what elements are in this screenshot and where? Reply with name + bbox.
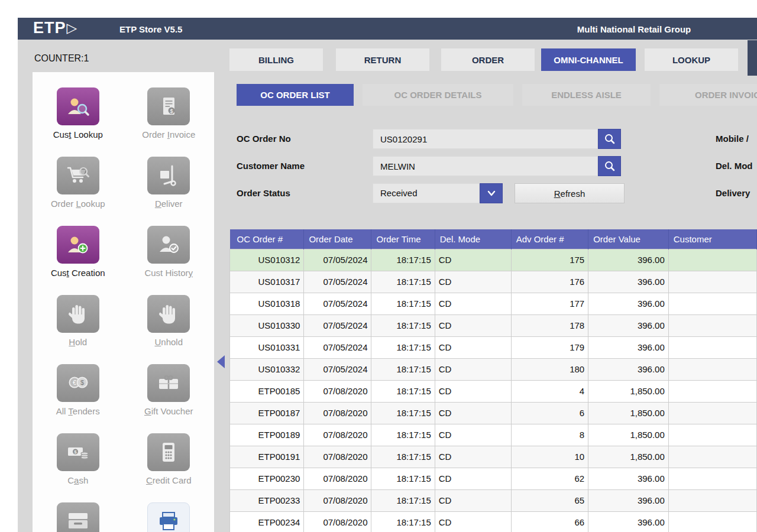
oc-order-search-button[interactable] (598, 129, 621, 149)
cell-order-time: 18:17:15 (371, 314, 435, 336)
col-oc-order-no[interactable]: OC Order # (230, 229, 304, 249)
cell-order-date: 07/05/2024 (304, 249, 371, 271)
cell-order-no: ETP00230 (230, 468, 304, 489)
col-order-value[interactable]: Order Value (588, 229, 669, 249)
cell-adv-order: 8 (511, 424, 588, 446)
refresh-button[interactable]: Refresh (515, 183, 625, 203)
table-row[interactable]: US010332 07/05/2024 18:17:15 CD 180 396.… (230, 358, 757, 380)
cust-lookup-icon (57, 87, 99, 125)
table-row[interactable]: ETP00185 07/08/2020 18:17:15 CD 4 1,850.… (230, 380, 757, 402)
cell-order-date: 07/08/2020 (304, 468, 371, 489)
tab-lookup[interactable]: LOOKUP (645, 48, 738, 71)
table-row[interactable]: ETP00189 07/08/2020 18:17:15 CD 8 1,850.… (230, 424, 757, 446)
sidebar-item-cash[interactable]: $ Cash (35, 433, 121, 485)
cell-order-time: 18:17:15 (371, 380, 435, 402)
sidebar-item-label: Order Invoice (142, 129, 195, 140)
cell-order-date: 07/08/2020 (304, 511, 371, 532)
cell-del-mode: CD (435, 380, 511, 402)
sidebar-item-cash-drawer[interactable] (35, 502, 121, 532)
col-order-date[interactable]: Order Date (304, 229, 371, 249)
tab-billing[interactable]: BILLING (229, 48, 323, 71)
sidebar-item-cust-lookup[interactable]: Cust Lookup (35, 87, 121, 140)
sidebar-item-cust-history[interactable]: Cust History (126, 226, 212, 278)
cell-order-no: US010331 (230, 336, 304, 358)
cell-order-no: ETP00233 (230, 489, 304, 511)
cell-adv-order: 62 (511, 468, 588, 489)
cell-del-mode: CD (435, 489, 511, 511)
sidebar-item-unhold[interactable]: Unhold (126, 295, 212, 347)
customer-search-button[interactable] (598, 156, 621, 176)
sidebar-item-cust-creation[interactable]: Cust Creation (35, 226, 121, 278)
unhold-hand-icon (147, 295, 190, 333)
cell-order-no: US010317 (230, 271, 304, 293)
chevron-down-icon (486, 188, 497, 199)
cash-drawer-icon (57, 502, 99, 532)
cell-del-mode: CD (435, 336, 511, 358)
sidebar-grid: Cust Lookup $ Order Invoice (33, 72, 214, 532)
sidebar-item-credit-card[interactable]: Credit Card (126, 433, 212, 485)
cell-order-time: 18:17:15 (371, 446, 435, 468)
cell-order-value: 396.00 (588, 314, 669, 336)
oc-order-no-input[interactable] (373, 129, 598, 149)
sidebar-item-deliver[interactable]: Deliver (126, 157, 212, 209)
main-tabs: BILLING RETURN ORDER OMNI-CHANNEL LOOKUP (229, 48, 738, 71)
cell-customer (668, 358, 756, 380)
table-row[interactable]: US010331 07/05/2024 18:17:15 CD 179 396.… (230, 336, 757, 358)
sidebar-item-print[interactable] (126, 502, 212, 532)
col-del-mode[interactable]: Del. Mode (435, 229, 511, 249)
app-header: ETP ▷ ETP Store V5.5 Multi National Reta… (18, 18, 757, 40)
sidebar-item-label: Unhold (154, 337, 183, 347)
table-row[interactable]: ETP00187 07/08/2020 18:17:15 CD 6 1,850.… (230, 402, 757, 424)
deliver-icon (147, 157, 190, 194)
table-row[interactable]: US010318 07/05/2024 18:17:15 CD 177 396.… (230, 293, 757, 314)
subtab-endless-aisle[interactable]: ENDLESS AISLE (522, 84, 651, 106)
cell-order-date: 07/08/2020 (304, 424, 371, 446)
cell-del-mode: CD (435, 249, 511, 271)
sidebar-item-all-tenders[interactable]: € $ All Tenders (35, 364, 121, 416)
col-adv-order[interactable]: Adv Order # (511, 229, 588, 249)
cell-order-value: 396.00 (588, 489, 669, 511)
cell-adv-order: 10 (511, 446, 588, 468)
tab-order[interactable]: ORDER (441, 48, 535, 71)
subtab-oc-order-list[interactable]: OC ORDER LIST (237, 84, 354, 106)
subtab-oc-order-details[interactable]: OC ORDER DETAILS (363, 84, 513, 106)
customer-name-label: Customer Name (237, 156, 305, 176)
col-order-time[interactable]: Order Time (371, 229, 435, 249)
oc-order-no-label: OC Order No (237, 129, 291, 149)
sidebar-collapse-handle[interactable] (217, 355, 225, 368)
cell-del-mode: CD (435, 358, 511, 380)
sidebar-item-hold[interactable]: Hold (35, 295, 121, 347)
col-customer[interactable]: Customer (668, 229, 756, 249)
cell-order-no: ETP00234 (230, 511, 304, 532)
sidebar-item-order-lookup[interactable]: Order Lookup (35, 157, 121, 209)
table-row[interactable]: ETP00233 07/08/2020 18:17:15 CD 65 396.0… (230, 489, 757, 511)
logo-triangle-icon: ▷ (67, 20, 78, 36)
order-status-dropdown-button[interactable] (480, 183, 503, 203)
cell-customer (668, 336, 756, 358)
cell-order-value: 396.00 (588, 249, 669, 271)
sidebar-item-gift-voucher[interactable]: Gift Voucher (126, 364, 212, 416)
order-status-select[interactable]: Received (373, 183, 480, 203)
tab-omni-channel[interactable]: OMNI-CHANNEL (541, 48, 636, 71)
cell-adv-order: 6 (511, 402, 588, 424)
sidebar-item-order-invoice[interactable]: $ Order Invoice (126, 87, 212, 140)
cell-order-date: 07/05/2024 (304, 314, 371, 336)
tab-return[interactable]: RETURN (336, 48, 429, 71)
cell-order-time: 18:17:15 (371, 293, 435, 314)
search-icon (604, 160, 616, 172)
customer-name-input[interactable] (373, 156, 598, 176)
order-table-body: US010312 07/05/2024 18:17:15 CD 175 396.… (230, 249, 757, 532)
cell-del-mode: CD (435, 468, 511, 489)
pos-screen: ETP ▷ ETP Store V5.5 Multi National Reta… (0, 0, 757, 532)
table-row[interactable]: ETP00191 07/08/2020 18:17:15 CD 10 1,850… (230, 446, 757, 468)
table-row[interactable]: US010330 07/05/2024 18:17:15 CD 178 396.… (230, 314, 757, 336)
table-row[interactable]: ETP00234 07/08/2020 18:17:15 CD 66 396.0… (230, 511, 757, 532)
sidebar-item-label: Cust History (144, 268, 193, 278)
table-row[interactable]: ETP00230 07/08/2020 18:17:15 CD 62 396.0… (230, 468, 757, 489)
printer-icon (147, 502, 190, 532)
table-row[interactable]: US010312 07/05/2024 18:17:15 CD 175 396.… (230, 249, 757, 271)
subtab-order-invoice[interactable]: ORDER INVOICE (659, 84, 757, 106)
table-row[interactable]: US010317 07/05/2024 18:17:15 CD 176 396.… (230, 271, 757, 293)
cell-order-no: US010318 (230, 293, 304, 314)
sidebar-item-label: Cash (67, 475, 88, 485)
